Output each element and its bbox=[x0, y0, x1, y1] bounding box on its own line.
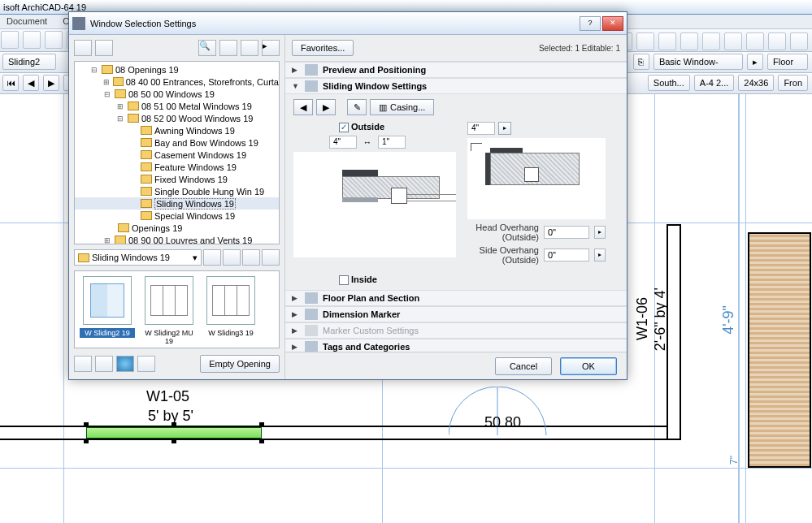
toolbar-button[interactable] bbox=[768, 32, 786, 50]
dim-field[interactable]: 4" bbox=[467, 122, 495, 135]
section-icon bbox=[305, 341, 318, 352]
tree-node[interactable]: Bay and Bow Windows 19 bbox=[154, 138, 258, 148]
thumbnail-item[interactable]: W Sliding2 MU 19 bbox=[141, 276, 197, 343]
section-floor-plan[interactable]: ▶ Floor Plan and Section bbox=[285, 290, 627, 306]
thumbnail-item[interactable]: W Sliding3 19 bbox=[203, 276, 258, 343]
tree-node[interactable]: 08 Openings 19 bbox=[115, 65, 179, 75]
expand-icon: ▶ bbox=[292, 66, 300, 74]
window-selection-settings-dialog: Window Selection Settings ? ✕ 🔍 ▸ ⊟08 Op… bbox=[68, 11, 627, 380]
view-thumb-icon[interactable] bbox=[242, 249, 260, 266]
inside-checkbox[interactable] bbox=[339, 275, 349, 285]
info-arrow-icon[interactable]: ▸ bbox=[747, 54, 763, 70]
tool-icon[interactable] bbox=[74, 356, 92, 372]
section-icon bbox=[305, 325, 318, 336]
tree-node-selected[interactable]: Sliding Windows 19 bbox=[154, 198, 236, 210]
window-tag: W1-05 bbox=[146, 388, 189, 405]
view-list-icon[interactable] bbox=[223, 249, 241, 266]
tree-node[interactable]: Casement Windows 19 bbox=[154, 150, 246, 160]
nav-next-icon[interactable]: ▶ bbox=[43, 75, 59, 91]
casing-dropdown[interactable]: ▥ Casing... bbox=[370, 99, 434, 115]
tree-node[interactable]: Single Double Hung Win 19 bbox=[154, 187, 264, 197]
stepper-icon[interactable]: ▸ bbox=[594, 226, 606, 239]
tab-a4[interactable]: A-4 2... bbox=[694, 75, 734, 91]
section-sliding-window-settings[interactable]: ▼ Sliding Window Settings bbox=[285, 78, 627, 94]
folder-path-dropdown[interactable]: Sliding Windows 19 ▾ bbox=[74, 249, 202, 266]
tree-node[interactable]: Feature Windows 19 bbox=[154, 162, 237, 172]
selection-handle[interactable] bbox=[259, 439, 264, 443]
toolbar-button[interactable] bbox=[680, 32, 698, 50]
menu-document[interactable]: Document bbox=[0, 15, 54, 28]
toolbar-button[interactable] bbox=[1, 31, 19, 49]
toolbar-button[interactable] bbox=[790, 32, 808, 50]
dim-field[interactable]: 4" bbox=[329, 136, 357, 149]
tree-node[interactable]: 08 90 00 Louvres and Vents 19 bbox=[128, 236, 252, 245]
globe-icon[interactable] bbox=[116, 356, 134, 372]
door-dim: 50 80 bbox=[484, 414, 521, 431]
selected-window[interactable] bbox=[86, 427, 262, 439]
toolbar-button[interactable] bbox=[746, 32, 764, 50]
toolbar-button[interactable] bbox=[23, 31, 41, 49]
nav-prev-icon[interactable]: ◀ bbox=[23, 75, 39, 91]
tree-node[interactable]: Fixed Windows 19 bbox=[154, 175, 228, 184]
thumbnail-item[interactable]: W Sliding2 19 bbox=[80, 276, 135, 343]
dialog-title-text: Window Selection Settings bbox=[90, 19, 196, 28]
stepper-icon[interactable]: ▸ bbox=[594, 249, 606, 262]
library-view-button[interactable] bbox=[74, 40, 92, 56]
nav-first-icon[interactable]: ⏮ bbox=[2, 75, 19, 91]
search-icon[interactable]: 🔍 bbox=[198, 40, 216, 56]
tab-24x36[interactable]: 24x36 bbox=[738, 75, 774, 91]
selection-handle[interactable] bbox=[172, 439, 176, 443]
inside-label: Inside bbox=[351, 274, 377, 284]
help-button[interactable]: ? bbox=[580, 16, 601, 31]
toolbar-button[interactable] bbox=[658, 32, 676, 50]
head-overhang-label: Head Overhang (Outside) bbox=[467, 223, 539, 242]
section-preview-positioning[interactable]: ▶ Preview and Positioning bbox=[285, 62, 627, 78]
selection-handle[interactable] bbox=[84, 439, 89, 443]
dim-field[interactable]: 1" bbox=[378, 136, 406, 149]
tab-south[interactable]: South... bbox=[648, 75, 690, 91]
library-view-button[interactable] bbox=[219, 40, 237, 56]
selection-handle[interactable] bbox=[84, 422, 89, 427]
tree-node[interactable]: Awning Windows 19 bbox=[154, 126, 235, 136]
page-prev-button[interactable]: ◀ bbox=[293, 99, 313, 115]
toolbar-button[interactable] bbox=[45, 31, 63, 49]
tool-icon[interactable] bbox=[137, 356, 155, 372]
ok-button[interactable]: OK bbox=[560, 357, 617, 375]
library-view-button[interactable] bbox=[241, 40, 258, 56]
library-view-button[interactable] bbox=[95, 40, 113, 56]
info-button[interactable]: ⎘ bbox=[633, 54, 649, 70]
expand-icon: ▶ bbox=[292, 326, 300, 335]
page-next-button[interactable]: ▶ bbox=[316, 99, 336, 115]
toolbar-button[interactable] bbox=[724, 32, 742, 50]
cancel-button[interactable]: Cancel bbox=[495, 357, 552, 375]
tool-icon[interactable] bbox=[95, 356, 113, 372]
tree-node[interactable]: 08 52 00 Wood Windows 19 bbox=[141, 114, 253, 123]
page-edit-icon[interactable]: ✎ bbox=[347, 99, 367, 115]
menu-chevron-icon[interactable]: ▸ bbox=[262, 40, 280, 56]
outside-checkbox[interactable] bbox=[339, 123, 349, 132]
stepper-icon[interactable]: ▸ bbox=[498, 122, 511, 135]
element-name-field[interactable]: Sliding2 19 bbox=[2, 54, 56, 70]
head-overhang-field[interactable]: 0" bbox=[544, 226, 589, 239]
tree-node[interactable]: Openings 19 bbox=[132, 223, 182, 233]
view-detail-icon[interactable] bbox=[262, 249, 280, 266]
up-folder-icon[interactable] bbox=[203, 249, 221, 266]
floor-plan-button[interactable]: Floor Pla bbox=[767, 54, 808, 70]
close-button[interactable]: ✕ bbox=[602, 16, 623, 31]
toolbar-button[interactable] bbox=[636, 32, 654, 50]
basic-window-dropdown[interactable]: Basic Window-Doo... bbox=[654, 54, 743, 70]
section-dimension-marker[interactable]: ▶ Dimension Marker bbox=[285, 306, 627, 322]
tree-node[interactable]: Special Windows 19 bbox=[154, 211, 235, 221]
tree-node[interactable]: 08 40 00 Entrances, Storefronts, Curta bbox=[126, 77, 279, 87]
favorites-button[interactable]: Favorites... bbox=[292, 40, 354, 56]
empty-opening-button[interactable]: Empty Opening bbox=[200, 355, 280, 373]
selection-handle[interactable] bbox=[259, 422, 264, 427]
tree-node[interactable]: 08 50 00 Windows 19 bbox=[128, 89, 215, 99]
tab-front[interactable]: Fron bbox=[778, 75, 808, 91]
toolbar-button[interactable] bbox=[702, 32, 720, 50]
window-dim: 2'-6" by 4' bbox=[652, 287, 669, 351]
library-tree[interactable]: ⊟08 Openings 19 ⊞08 40 00 Entrances, Sto… bbox=[74, 61, 280, 244]
tree-node[interactable]: 08 51 00 Metal Windows 19 bbox=[141, 102, 252, 111]
dialog-titlebar[interactable]: Window Selection Settings ? ✕ bbox=[69, 12, 627, 35]
side-overhang-field[interactable]: 0" bbox=[544, 249, 589, 262]
